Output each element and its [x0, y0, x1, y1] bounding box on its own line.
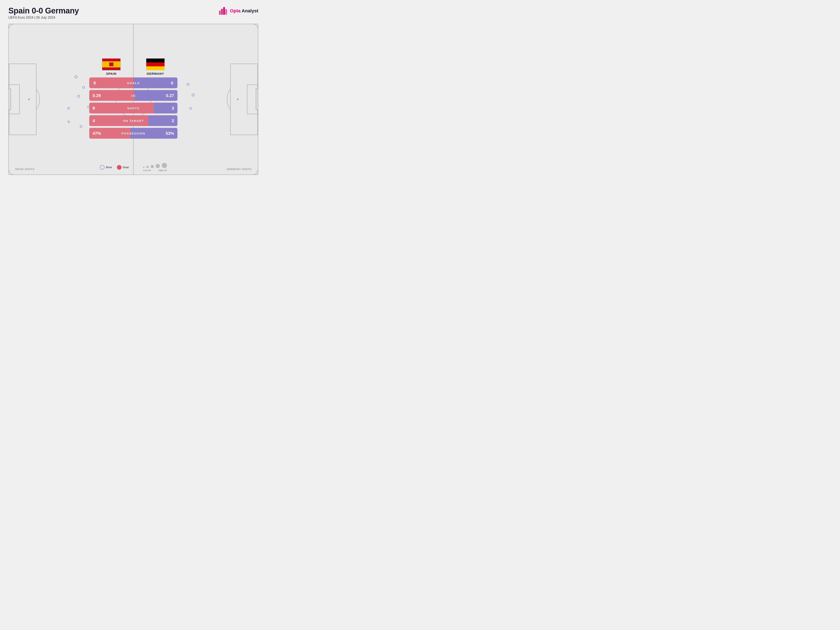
svg-rect-21	[146, 66, 165, 70]
match-title: Spain 0-0 Germany	[8, 6, 79, 15]
pitch-field: SPAIN GERMANY 0 GOALS 0	[8, 24, 258, 175]
legend-shot-circle	[100, 165, 104, 170]
svg-rect-13	[256, 89, 258, 110]
teams-row: SPAIN GERMANY	[89, 58, 177, 76]
svg-point-14	[237, 98, 238, 100]
possession-stat-row: 47% POSSESSION 53%	[89, 128, 177, 139]
legend-shot-label: Shot	[106, 166, 112, 169]
xg-label: xG	[131, 94, 136, 97]
germany-shots-label: GERMANY SHOTS	[227, 168, 251, 171]
spain-shot-3	[77, 95, 80, 98]
shots-germany-value: 3	[154, 103, 177, 114]
match-subtitle: UEFA Euro 2024 | 05 July 2024	[8, 16, 79, 19]
svg-rect-9	[9, 89, 11, 110]
high-xg-label: High xG	[159, 169, 167, 172]
svg-rect-1	[221, 9, 223, 15]
svg-rect-11	[231, 64, 257, 135]
logo-analyst: Analyst	[242, 8, 258, 13]
svg-rect-19	[146, 58, 165, 63]
center-stats-panel: SPAIN GERMANY 0 GOALS 0	[89, 58, 177, 141]
xg-dots-row	[143, 163, 167, 168]
germany-shot-2	[192, 93, 195, 96]
svg-rect-0	[219, 11, 221, 15]
xg-dot-2	[146, 166, 148, 168]
legend-goal-item: Goal	[117, 165, 129, 170]
goals-spain-value: 0	[89, 77, 133, 88]
legend: Shot Goal Low xG High xG	[100, 163, 167, 172]
spain-team-name: SPAIN	[106, 72, 117, 76]
legend-goal-circle	[117, 165, 122, 170]
spain-shot-2	[82, 86, 85, 88]
logo-opta: Opta	[230, 8, 240, 13]
goals-stat-row: 0 GOALS 0	[89, 77, 177, 88]
spain-flag	[102, 58, 121, 71]
header: Spain 0-0 Germany UEFA Euro 2024 | 05 Ju…	[8, 6, 258, 19]
legend-goal-label: Goal	[123, 166, 129, 169]
low-xg-label: Low xG	[143, 169, 151, 172]
svg-rect-7	[9, 64, 36, 135]
xg-stat-row: 0.29 xG 0.27	[89, 90, 177, 101]
ontarget-stat-row: 4 ON TARGET 2	[89, 115, 177, 126]
spain-team-info: SPAIN	[102, 58, 121, 76]
opta-logo-icon	[219, 6, 228, 16]
svg-rect-18	[109, 63, 113, 66]
goals-germany-value: 0	[133, 77, 177, 88]
legend-shot-item: Shot	[100, 165, 112, 170]
spain-shot-8	[68, 121, 70, 123]
spain-shots-label: SPAIN SHOTS	[15, 168, 34, 171]
germany-team-info: GERMANY	[146, 58, 165, 76]
header-title: Spain 0-0 Germany UEFA Euro 2024 | 05 Ju…	[8, 6, 79, 19]
shots-spain-value: 8	[89, 103, 154, 114]
xg-germany-value: 0.27	[134, 90, 177, 101]
ontarget-label: ON TARGET	[123, 119, 144, 122]
xg-dot-1	[143, 167, 144, 168]
spain-shot-1	[74, 76, 77, 78]
ontarget-germany-value: 2	[148, 115, 177, 126]
svg-rect-20	[146, 63, 165, 66]
shots-stat-row: 8 SHOTS 3	[89, 103, 177, 114]
germany-flag	[146, 58, 165, 71]
page-container: Spain 0-0 Germany UEFA Euro 2024 | 05 Ju…	[8, 6, 258, 175]
xg-dot-5	[162, 163, 167, 168]
logo-text: Opta Analyst	[230, 8, 258, 14]
svg-rect-2	[223, 7, 225, 15]
spain-shot-6	[80, 125, 82, 128]
xg-dot-3	[151, 165, 153, 168]
xg-spain-value: 0.29	[89, 90, 134, 101]
shots-label: SHOTS	[127, 106, 139, 110]
logo-area: Opta Analyst	[219, 6, 258, 16]
possession-label: POSSESSION	[122, 131, 145, 135]
xg-scale-labels: Low xG High xG	[143, 169, 167, 172]
svg-point-10	[28, 98, 30, 100]
goals-label: GOALS	[127, 81, 140, 85]
legend-xg-scale: Low xG High xG	[143, 163, 167, 172]
svg-rect-3	[225, 9, 227, 15]
xg-dot-4	[156, 164, 159, 168]
germany-shot-3	[189, 107, 192, 110]
germany-team-name: GERMANY	[147, 72, 164, 76]
